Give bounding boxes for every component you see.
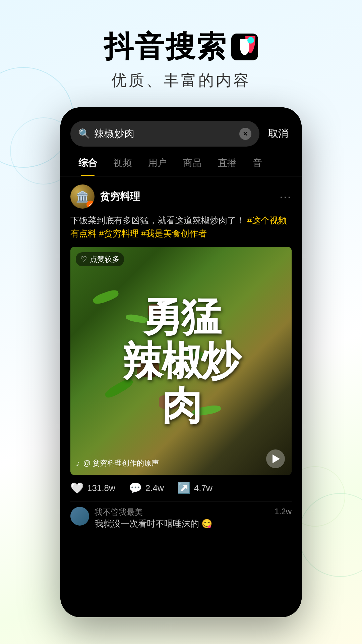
- post-header: 🏛️ ✓ 贫穷料理 ···: [70, 184, 292, 209]
- comments-section: 我不管我最美 我就没一次看时不咽唾沫的 😋 1.2w: [70, 501, 292, 530]
- search-box[interactable]: 🔍 辣椒炒肉 ×: [70, 121, 259, 147]
- tab-商品[interactable]: 商品: [175, 150, 210, 176]
- video-sound-info: ♪ @ 贫穷料理创作的原声: [76, 458, 159, 468]
- avatar[interactable]: 🏛️ ✓: [70, 184, 95, 209]
- comments-count: 2.4w: [145, 483, 164, 493]
- search-clear-button[interactable]: ×: [239, 128, 251, 140]
- video-text-overlay: 勇猛辣椒炒肉: [70, 247, 292, 475]
- engagement-bar: 🤍 131.8w 💬 2.4w ↗️ 4.7w: [70, 475, 292, 501]
- more-options-button[interactable]: ···: [280, 191, 292, 203]
- likes-button[interactable]: 🤍 131.8w: [70, 482, 115, 494]
- share-button[interactable]: ↗️ 4.7w: [177, 482, 213, 494]
- content-area: 🏛️ ✓ 贫穷料理 ··· 下饭菜到底有多凶猛，就看这道辣椒炒肉了！ #这个视频…: [60, 176, 302, 617]
- share-icon: ↗️: [177, 482, 191, 494]
- video-thumbnail[interactable]: 勇猛辣椒炒肉 ♡ 点赞较多 ♪ @ 贫穷料理创作的原声: [70, 247, 292, 475]
- username[interactable]: 贫穷料理: [100, 190, 140, 204]
- tab-综合[interactable]: 综合: [70, 150, 105, 176]
- verified-badge: ✓: [86, 201, 95, 209]
- post-desc-text: 下饭菜到底有多凶猛，就看这道辣椒炒肉了！: [70, 215, 245, 225]
- like-icon: 🤍: [70, 482, 84, 494]
- app-title-text: 抖音搜索: [104, 27, 227, 67]
- comments-button[interactable]: 💬 2.4w: [129, 482, 164, 494]
- phone-frame: 🔍 辣椒炒肉 × 取消 综合 视频 用户 商品 直播 音: [60, 107, 302, 617]
- header-section: 抖音搜索 优质、丰富的内容: [0, 0, 362, 104]
- app-subtitle: 优质、丰富的内容: [0, 70, 362, 91]
- post-description: 下饭菜到底有多凶猛，就看这道辣椒炒肉了！ #这个视频有点料 #贫穷料理 #我是美…: [70, 214, 292, 240]
- phone-mockup: 🔍 辣椒炒肉 × 取消 综合 视频 用户 商品 直播 音: [60, 107, 302, 617]
- tiktok-logo-inner: [240, 39, 249, 55]
- video-calligraphy-text: 勇猛辣椒炒肉: [123, 294, 239, 427]
- comment-item-1: 我不管我最美 我就没一次看时不咽唾沫的 😋 1.2w: [70, 507, 292, 530]
- search-query-text: 辣椒炒肉: [94, 127, 235, 141]
- tab-视频[interactable]: 视频: [105, 150, 140, 176]
- tab-bar: 综合 视频 用户 商品 直播 音: [60, 150, 302, 176]
- commenter-name[interactable]: 我不管我最美: [95, 507, 269, 518]
- sound-text: @ 贫穷料理创作的原声: [83, 458, 159, 468]
- play-triangle-icon: [273, 454, 280, 463]
- tab-用户[interactable]: 用户: [140, 150, 175, 176]
- user-info: 🏛️ ✓ 贫穷料理: [70, 184, 140, 209]
- app-title-container: 抖音搜索: [104, 27, 258, 67]
- badge-label: 点赞较多: [90, 254, 119, 264]
- hashtag-3[interactable]: #我是美食创作者: [141, 228, 207, 238]
- comment-icon: 💬: [129, 482, 142, 494]
- search-icon: 🔍: [78, 128, 90, 139]
- phone-content: 🔍 辣椒炒肉 × 取消 综合 视频 用户 商品 直播 音: [60, 107, 302, 617]
- comment-like-count: 1.2w: [275, 507, 292, 516]
- tab-音乐[interactable]: 音: [245, 150, 270, 176]
- search-area: 🔍 辣椒炒肉 × 取消: [60, 107, 302, 147]
- shares-count: 4.7w: [194, 483, 213, 493]
- tab-直播[interactable]: 直播: [210, 150, 245, 176]
- video-play-button[interactable]: [266, 449, 285, 468]
- tiktok-logo-icon: [231, 34, 258, 60]
- tiktok-note-icon: ♪: [76, 459, 80, 468]
- heart-icon: ♡: [80, 255, 87, 264]
- search-cancel-button[interactable]: 取消: [265, 127, 292, 141]
- comment-content: 我就没一次看时不咽唾沫的 😋: [95, 518, 269, 530]
- video-likes-badge: ♡ 点赞较多: [76, 252, 124, 266]
- likes-count: 131.8w: [87, 483, 115, 493]
- hashtag-2[interactable]: #贫穷料理: [99, 228, 138, 238]
- commenter-avatar: [70, 507, 89, 526]
- comment-text-area: 我不管我最美 我就没一次看时不咽唾沫的 😋: [95, 507, 269, 530]
